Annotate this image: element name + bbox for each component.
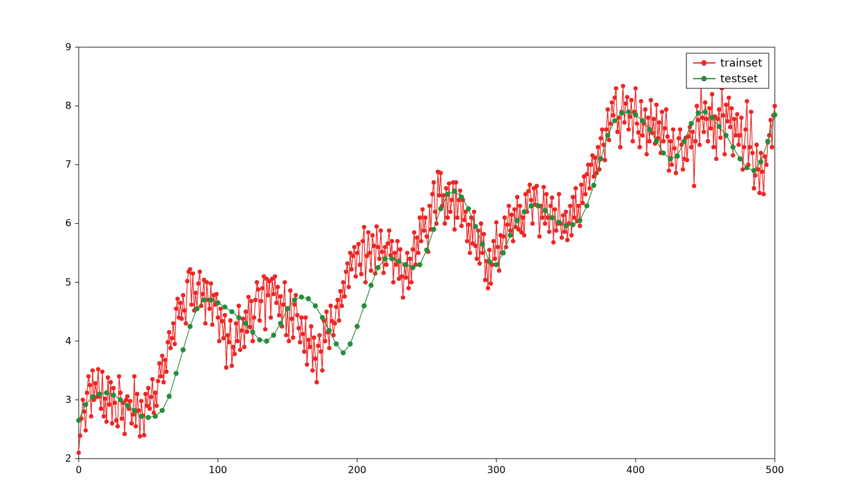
series-trainset-marker <box>755 143 759 147</box>
series-trainset-marker <box>442 221 447 226</box>
series-trainset-marker <box>621 84 625 88</box>
series-trainset-marker <box>608 122 613 126</box>
series-trainset-marker <box>234 321 238 326</box>
series-testset-marker <box>389 257 394 261</box>
series-trainset-marker <box>358 263 362 267</box>
series-trainset-marker <box>353 274 358 278</box>
series-trainset-marker <box>447 182 451 186</box>
series-testset-marker <box>612 118 617 123</box>
series-testset-marker <box>236 315 241 320</box>
series-trainset-marker <box>229 364 234 368</box>
series-trainset-marker <box>473 244 478 248</box>
series-trainset-marker <box>149 394 153 399</box>
series-trainset-marker <box>334 305 338 309</box>
series-trainset-marker <box>289 316 294 321</box>
y-tick-label: 2 <box>65 453 71 464</box>
series-trainset-line <box>79 83 775 453</box>
series-trainset-marker <box>497 269 501 273</box>
series-testset-marker <box>647 127 652 132</box>
series-trainset-marker <box>347 285 351 289</box>
series-trainset-marker <box>208 307 212 311</box>
series-testset-marker <box>536 203 541 208</box>
series-trainset-marker <box>387 228 391 232</box>
series-trainset-marker <box>748 145 752 149</box>
series-trainset-marker <box>87 374 91 378</box>
series-testset-marker <box>111 393 116 398</box>
series-trainset <box>76 82 777 455</box>
series-trainset-marker <box>146 386 150 390</box>
series-trainset-marker <box>89 414 93 418</box>
series-trainset-marker <box>554 228 558 232</box>
series-trainset-marker <box>753 173 757 177</box>
series-trainset-marker <box>700 116 705 120</box>
series-trainset-marker <box>667 168 671 172</box>
series-testset-marker <box>745 165 749 170</box>
series-trainset-marker <box>344 269 348 273</box>
series-trainset-marker <box>150 377 154 381</box>
series-testset-marker <box>160 408 165 413</box>
series-trainset-marker <box>349 267 353 272</box>
series-trainset-marker <box>288 289 292 293</box>
series-trainset-marker <box>715 117 720 121</box>
series-trainset-marker <box>311 368 315 373</box>
series-trainset-marker <box>678 127 682 131</box>
series-trainset-marker <box>194 290 198 295</box>
series-testset-marker <box>487 259 492 264</box>
x-axis-ticks: 0100200300400500 <box>76 459 784 476</box>
series-trainset-marker <box>510 212 514 217</box>
series-trainset-marker <box>770 145 774 149</box>
series-trainset-marker <box>224 365 228 370</box>
series-trainset-marker <box>363 280 367 284</box>
series-trainset-marker <box>596 145 600 149</box>
series-trainset-marker <box>681 167 685 171</box>
series-trainset-marker <box>560 235 564 240</box>
series-trainset-marker <box>157 361 162 365</box>
series-trainset-marker <box>542 185 546 189</box>
series-trainset-marker <box>96 367 100 371</box>
series-trainset-marker <box>482 232 486 236</box>
series-testset-marker <box>194 306 199 311</box>
series-trainset-marker <box>246 295 251 299</box>
series-trainset-marker <box>181 293 185 297</box>
series-trainset-marker <box>215 315 220 319</box>
series-trainset-marker <box>640 133 645 137</box>
series-trainset-marker <box>764 163 769 167</box>
series-testset-marker <box>410 265 415 270</box>
series-testset-marker <box>243 321 248 326</box>
series-trainset-marker <box>319 350 323 354</box>
series-trainset-marker <box>610 100 614 105</box>
series-trainset-marker <box>605 107 610 111</box>
series-trainset-marker <box>483 278 487 282</box>
series-testset-marker <box>285 306 290 311</box>
series-trainset-marker <box>661 139 665 143</box>
series-trainset-marker <box>343 294 347 298</box>
series-trainset-marker <box>357 242 361 246</box>
series-trainset-marker <box>306 338 311 342</box>
series-testset-marker <box>320 315 324 320</box>
series-testset-marker <box>327 328 332 333</box>
series-trainset-marker <box>711 145 715 149</box>
series-testset-marker <box>508 233 513 238</box>
series-trainset-marker <box>761 192 766 196</box>
series-trainset-marker <box>623 102 628 106</box>
series-trainset-marker <box>370 233 375 237</box>
series-trainset-marker <box>647 139 651 143</box>
series-trainset-marker <box>756 167 760 171</box>
series-trainset-marker <box>132 374 136 378</box>
series-trainset-marker <box>551 240 556 244</box>
y-tick-label: 6 <box>65 217 71 229</box>
series-testset-marker <box>355 324 360 329</box>
series-trainset-marker <box>148 407 152 411</box>
series-trainset-marker <box>85 391 89 395</box>
series-trainset-marker <box>228 318 232 322</box>
series-testset-marker <box>90 394 95 399</box>
series-trainset-marker <box>737 143 741 147</box>
series-trainset-marker <box>173 342 177 346</box>
series-trainset-marker <box>603 158 607 162</box>
series-trainset-marker <box>386 241 390 246</box>
series-trainset-marker <box>630 98 634 102</box>
series-testset-marker <box>459 195 464 200</box>
series-trainset-marker <box>585 172 589 176</box>
series-trainset-marker <box>576 204 580 208</box>
series-trainset-marker <box>122 432 127 436</box>
